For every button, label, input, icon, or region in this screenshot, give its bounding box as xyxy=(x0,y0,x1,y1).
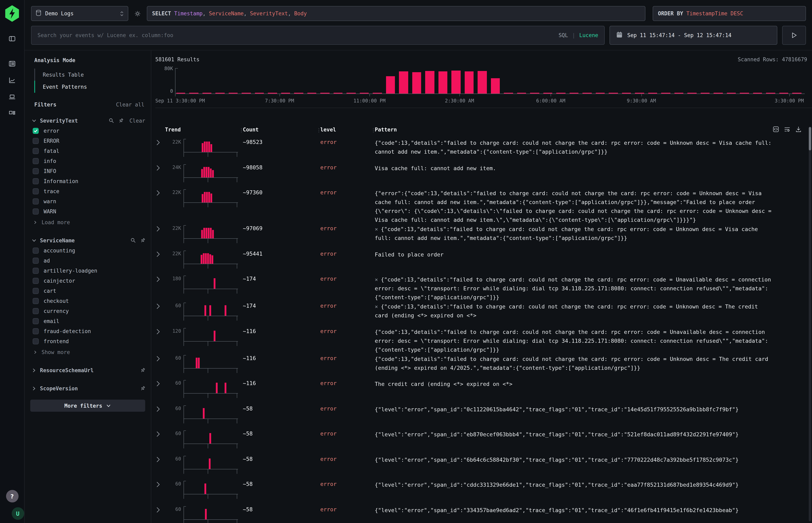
row-expand-icon[interactable] xyxy=(155,505,165,514)
load-more-button[interactable]: Show more xyxy=(34,347,145,357)
row-expand-icon[interactable] xyxy=(155,480,165,489)
checkbox-unchecked[interactable] xyxy=(33,148,39,154)
pin-icon[interactable] xyxy=(140,367,145,373)
checkbox-unchecked[interactable] xyxy=(33,288,39,294)
filter-option-email[interactable]: email xyxy=(33,316,145,326)
order-by-input[interactable]: ORDER BY TimestampTime DESC xyxy=(653,6,806,21)
checkbox-unchecked[interactable] xyxy=(33,328,39,334)
clear-group-button[interactable]: Clear xyxy=(129,118,145,124)
filter-option-fatal[interactable]: fatal xyxy=(33,146,145,156)
filter-option-ad[interactable]: ad xyxy=(33,256,145,266)
row-expand-icon[interactable] xyxy=(155,138,165,147)
filter-group-SeverityText[interactable]: SeverityTextClear xyxy=(30,115,145,126)
search-input[interactable]: Search your events w/ Lucene ex. column:… xyxy=(31,26,605,45)
row-expand-icon[interactable] xyxy=(155,302,165,311)
user-avatar[interactable]: U xyxy=(12,507,24,520)
row-expand-icon[interactable] xyxy=(155,404,165,414)
filter-group-ScopeVersion[interactable]: ScopeVersion xyxy=(30,383,145,394)
search-icon[interactable] xyxy=(108,118,114,123)
pattern-row[interactable]: 60~58error{"level":"error","span_id":"cd… xyxy=(155,480,812,505)
checkbox-unchecked[interactable] xyxy=(33,209,39,215)
pattern-row[interactable]: 60~58error{"level":"error","span_id":"eb… xyxy=(155,430,812,455)
checkbox-unchecked[interactable] xyxy=(33,198,39,204)
checkbox-unchecked[interactable] xyxy=(33,248,39,254)
filter-option-WARN[interactable]: WARN xyxy=(33,206,145,217)
column-header-level[interactable]: level xyxy=(320,127,371,135)
load-more-button[interactable]: Load more xyxy=(34,217,145,228)
filter-option-ERROR[interactable]: ERROR xyxy=(33,136,145,146)
checkbox-unchecked[interactable] xyxy=(33,298,39,304)
search-icon[interactable] xyxy=(130,237,136,243)
checkbox-unchecked[interactable] xyxy=(33,168,39,174)
row-expand-icon[interactable] xyxy=(155,455,165,464)
pattern-row[interactable]: 22K~98523error{"code":13,"details":"fail… xyxy=(155,138,812,163)
row-expand-icon[interactable] xyxy=(155,163,165,173)
pattern-row[interactable]: 60~174error×{"code":13,"details":"failed… xyxy=(155,302,812,327)
pattern-row[interactable]: 22K~95441errorFailed to place order xyxy=(155,249,812,275)
filter-option-accounting[interactable]: accounting xyxy=(33,246,145,256)
analysis-mode-results-table[interactable]: Results Table xyxy=(34,69,145,80)
pin-icon[interactable] xyxy=(140,237,145,243)
excluded-x-icon[interactable]: × xyxy=(375,226,378,232)
pattern-row[interactable]: 60~58error{"level":"error","span_id":"6b… xyxy=(155,455,812,480)
code-icon[interactable] xyxy=(773,126,779,133)
row-expand-icon[interactable] xyxy=(155,327,165,336)
checkbox-unchecked[interactable] xyxy=(33,158,39,164)
help-button[interactable]: ? xyxy=(6,490,18,502)
source-settings-button[interactable] xyxy=(133,10,142,17)
column-drag-handle[interactable]: ⋮ xyxy=(371,127,375,135)
select-clause-input[interactable]: SELECT Timestamp, ServiceName, SeverityT… xyxy=(147,6,646,21)
checkbox-unchecked[interactable] xyxy=(33,138,39,144)
source-select[interactable]: Demo Logs xyxy=(31,6,128,21)
row-expand-icon[interactable] xyxy=(155,275,165,284)
clear-all-button[interactable]: Clear all xyxy=(116,102,144,108)
row-expand-icon[interactable] xyxy=(155,224,165,233)
pattern-row[interactable]: 24K~98058errorVisa cache full: cannot ad… xyxy=(155,163,812,188)
filter-option-checkout[interactable]: checkout xyxy=(33,296,145,306)
checkbox-unchecked[interactable] xyxy=(33,188,39,194)
filter-option-trace[interactable]: trace xyxy=(33,186,145,196)
pattern-row[interactable]: 22K~97360error{"error":{"code":13,"detai… xyxy=(155,188,812,224)
filter-option-artillery-loadgen[interactable]: artillery-loadgen xyxy=(33,266,145,276)
row-expand-icon[interactable] xyxy=(155,188,165,198)
column-drag-handle[interactable]: ⋮ xyxy=(239,127,243,135)
excluded-x-icon[interactable]: × xyxy=(375,276,378,283)
pattern-row[interactable]: 180~174error×{"code":13,"details":"faile… xyxy=(155,275,812,302)
filter-option-cart[interactable]: cart xyxy=(33,286,145,296)
pattern-row[interactable]: 22K~97069error×{"code":13,"details":"fai… xyxy=(155,224,812,249)
filter-group-ResourceSchemaUrl[interactable]: ResourceSchemaUrl xyxy=(30,365,145,375)
events-histogram[interactable]: 80K 0 Sep 11 3:30:00 PM7:30:00 PM11:00:0… xyxy=(155,63,812,105)
filter-option-info[interactable]: info xyxy=(33,156,145,166)
sidebar-toggle-icon[interactable] xyxy=(5,32,19,45)
scrollbar-track[interactable] xyxy=(809,127,811,521)
pin-icon[interactable] xyxy=(118,118,123,123)
row-expand-icon[interactable] xyxy=(155,354,165,363)
checkbox-checked[interactable] xyxy=(33,128,39,134)
download-icon[interactable] xyxy=(795,126,802,133)
app-logo-icon[interactable] xyxy=(5,5,19,22)
row-expand-icon[interactable] xyxy=(155,430,165,439)
checkbox-unchecked[interactable] xyxy=(33,318,39,324)
date-range-picker[interactable]: Sep 11 15:47:14 - Sep 12 15:47:14 xyxy=(610,26,777,45)
mode-sql-toggle[interactable]: SQL xyxy=(559,32,568,38)
filter-option-frontend[interactable]: frontend xyxy=(33,336,145,346)
pattern-row[interactable]: 60~116error{"code":13,"details":"failed … xyxy=(155,354,812,379)
pin-icon[interactable] xyxy=(140,385,145,391)
more-filters-button[interactable]: More filters xyxy=(30,400,145,412)
column-header-count[interactable]: Count xyxy=(243,127,316,135)
filter-option-fraud-detection[interactable]: fraud-detection xyxy=(33,326,145,336)
filter-group-ServiceName[interactable]: ServiceName xyxy=(30,235,145,246)
checkbox-unchecked[interactable] xyxy=(33,338,39,344)
run-query-button[interactable] xyxy=(782,26,806,45)
filter-option-INFO[interactable]: INFO xyxy=(33,166,145,176)
pattern-row[interactable]: 120~116error{"code":13,"details":"failed… xyxy=(155,327,812,354)
pattern-row[interactable]: 60~58error{"level":"error","span_id":"0c… xyxy=(155,404,812,430)
checkbox-unchecked[interactable] xyxy=(33,178,39,184)
rail-chart-line-icon[interactable] xyxy=(5,74,19,87)
column-drag-handle[interactable]: ⋮ xyxy=(316,127,320,135)
rail-laptop-icon[interactable] xyxy=(5,90,19,103)
checkbox-unchecked[interactable] xyxy=(33,268,39,274)
filter-option-Information[interactable]: Information xyxy=(33,176,145,186)
rail-blocks-icon[interactable] xyxy=(5,107,19,120)
checkbox-unchecked[interactable] xyxy=(33,258,39,264)
